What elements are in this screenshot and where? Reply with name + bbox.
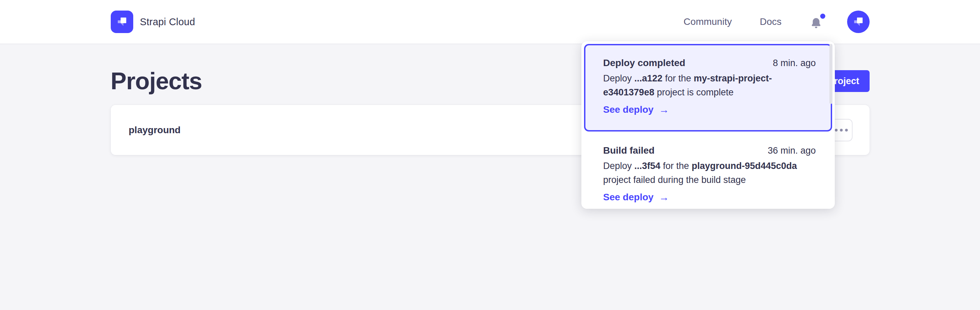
header-nav: Community Docs [684,11,869,33]
strapi-avatar-icon [851,14,866,29]
dropdown-scrollbar-thumb[interactable] [829,44,832,104]
bell-icon [810,16,822,30]
more-options-icon [835,129,838,132]
top-navbar: Strapi Cloud Community Docs [0,0,980,44]
notification-title: Deploy completed [603,57,685,68]
notifications-dropdown: Deploy completed 8 min. ago Deploy ...a1… [581,41,835,209]
see-deploy-link[interactable]: See deploy → [603,104,669,116]
page-title: Projects [111,67,202,95]
app-title: Strapi Cloud [140,16,195,28]
user-avatar-button[interactable] [847,11,870,33]
notification-deploy-completed[interactable]: Deploy completed 8 min. ago Deploy ...a1… [584,44,832,132]
nav-link-docs[interactable]: Docs [760,16,782,27]
notification-title: Build failed [603,145,655,156]
notification-timestamp: 8 min. ago [773,58,816,68]
notification-message: Deploy ...a122 for the my-strapi-project… [603,72,816,100]
notifications-button[interactable] [810,14,823,29]
nav-link-community[interactable]: Community [684,16,732,27]
notification-timestamp: 36 min. ago [768,145,816,156]
notification-message: Deploy ...3f54 for the playground-95d445… [603,159,816,187]
see-deploy-link[interactable]: See deploy → [603,191,669,203]
strapi-logo-icon [111,11,133,33]
brand-home-link[interactable]: Strapi Cloud [111,11,195,33]
project-name: playground [129,125,181,135]
unread-indicator-dot [820,14,825,19]
arrow-right-icon: → [659,104,669,116]
arrow-right-icon: → [659,191,669,203]
notification-build-failed[interactable]: Build failed 36 min. ago Deploy ...3f54 … [584,132,832,214]
